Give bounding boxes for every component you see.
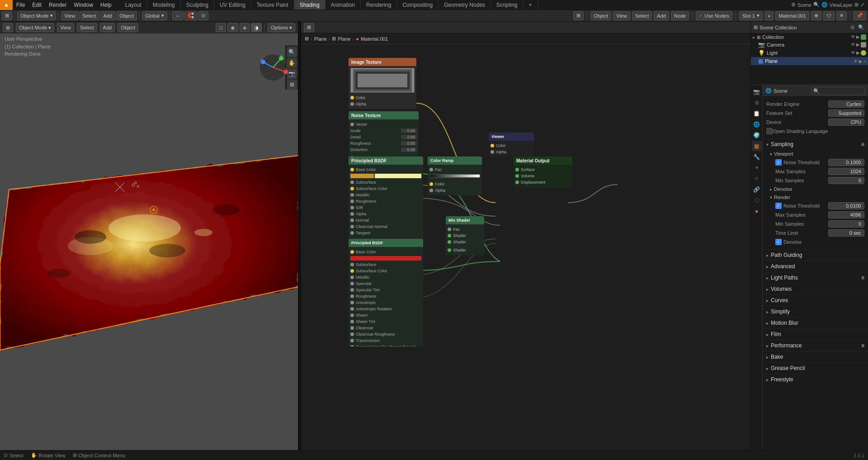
node-image-texture[interactable]: Image Texture Color Alpha (349, 58, 416, 109)
tree-item-camera[interactable]: 📷 Camera 👁 ▶ (751, 41, 868, 49)
data-icon[interactable]: ⬡ (752, 195, 762, 205)
node-mix[interactable]: Mix Shader Fac Shader Shader Shader (446, 216, 484, 255)
shading-solid-btn[interactable]: ◉ (227, 23, 238, 32)
ws-compositing[interactable]: Compositing (397, 0, 439, 9)
vp-view-btn[interactable]: View (57, 23, 74, 32)
shader-canvas[interactable]: Image Texture Color Alpha (301, 44, 750, 450)
node-material-output[interactable]: Material Output Surface Volume Displacem… (514, 156, 572, 187)
outliner-search-btn[interactable]: 🔍 (857, 24, 865, 32)
node-color-ramp[interactable]: Color Ramp Fac Color Alpha (428, 156, 482, 195)
material-fake-user-btn[interactable]: 🛡 (823, 11, 835, 20)
object-btn[interactable]: Object (116, 11, 137, 20)
ws-geometry-nodes[interactable]: Geometry Nodes (439, 0, 491, 9)
vp-mode-btn[interactable]: Object Mode ▾ (16, 23, 54, 32)
add-btn[interactable]: Add (100, 11, 116, 20)
ws-scripting[interactable]: Scripting (491, 0, 524, 9)
menu-help[interactable]: Help (97, 0, 115, 9)
tree-item-scene-collection[interactable]: ▸ ⊞ Collection 👁 ▶ (751, 33, 868, 41)
advanced-header[interactable]: ▸ Advanced (763, 261, 868, 272)
performance-header[interactable]: ▸ Performance ≡ (763, 340, 868, 351)
snap-btn[interactable]: 🧲 (184, 11, 197, 20)
modifier-icon[interactable]: 🔧 (752, 152, 762, 162)
viewport-sub-header[interactable]: ▾ Viewport (770, 150, 864, 158)
scene-icon-prop[interactable]: 🌐 (752, 119, 762, 129)
shader-object-btn[interactable]: Object (590, 11, 611, 20)
freestyle-header[interactable]: ▸ Freestyle (763, 374, 868, 385)
denoise-vp-header[interactable]: ▸ Denoise (770, 185, 864, 193)
mode-dropdown[interactable]: Object Mode ▾ (17, 11, 56, 20)
film-header[interactable]: ▸ Film (763, 329, 868, 340)
sampling-menu-btn[interactable]: ≡ (861, 141, 864, 147)
shader-editor-icon[interactable]: ⊞ (304, 23, 314, 32)
vp-select-btn[interactable]: Select (77, 23, 97, 32)
render-min-samples-val[interactable]: 0 (828, 220, 864, 228)
render-max-samples-val[interactable]: 4096 (828, 211, 864, 218)
vp-editor-icon[interactable]: ⊞ (3, 23, 13, 32)
ws-add[interactable]: + (524, 0, 538, 9)
shader-add-btn[interactable]: Add (654, 11, 669, 20)
transform-gizmo-btn[interactable]: ↔ (172, 11, 184, 20)
volumes-header[interactable]: ▸ Volumes (763, 284, 868, 294)
vp-object-btn[interactable]: Object (118, 23, 138, 32)
material-ops-btn[interactable]: ⊕ (811, 11, 821, 20)
vp-min-samples-val[interactable]: 0 (828, 177, 864, 184)
viewport-canvas[interactable]: X Y Z 🔍 ✋ 📷 ⊞ (0, 33, 298, 450)
render-engine-value[interactable]: Cycles (828, 100, 864, 108)
vp-noise-threshold-cb[interactable]: ✓ (775, 159, 782, 166)
use-nodes-btn[interactable]: ✓ Use Nodes (696, 11, 732, 20)
menu-render[interactable]: Render (45, 0, 70, 9)
denoise-checkbox[interactable]: ✓ (775, 239, 782, 245)
orientation-gizmo[interactable]: X Y Z (255, 49, 291, 85)
bake-header[interactable]: ▸ Bake (763, 351, 868, 362)
particles-icon[interactable]: ✦ (752, 163, 762, 173)
simplify-header[interactable]: ▸ Simplify (763, 306, 868, 317)
menu-window[interactable]: Window (70, 0, 97, 9)
shading-render-btn[interactable]: ◑ (251, 23, 262, 32)
ws-modeling[interactable]: Modeling (147, 0, 181, 9)
props-scroll[interactable]: 🌐 Scene Render Engine Cycles Feature Set… (763, 85, 868, 450)
node-viewer[interactable]: Viewer Color Alpha (489, 133, 534, 157)
node-noise2[interactable]: Principled BSDF Base Color Subsurface Su… (349, 239, 423, 346)
material-unlink-btn[interactable]: ✕ (836, 11, 847, 20)
light-paths-header[interactable]: ▸ Light Paths ≡ (763, 272, 868, 283)
view-layer-icon[interactable]: 📋 (752, 109, 762, 119)
render-sub-header[interactable]: ▾ Render (770, 193, 864, 201)
output-icon[interactable]: 🖥 (752, 98, 762, 108)
feature-set-value[interactable]: Supported (828, 109, 864, 117)
shading-wire-btn[interactable]: ⊡ (216, 23, 226, 32)
vp-noise-threshold-val[interactable]: 0.1000 (828, 159, 864, 166)
tree-item-light[interactable]: 💡 Light 👁 ▶ (751, 49, 868, 57)
render-noise-threshold-cb[interactable]: ✓ (775, 203, 782, 209)
vp-add-btn[interactable]: Add (100, 23, 115, 32)
select-btn[interactable]: Select (79, 11, 99, 20)
options-btn[interactable]: Options ▾ (268, 23, 295, 32)
osl-checkbox[interactable] (766, 128, 773, 134)
node-principled[interactable]: Principled BSDF Base Color Subsurface Su… (349, 156, 423, 246)
ws-rendering[interactable]: Rendering (361, 0, 397, 9)
ws-sculpting[interactable]: Sculpting (181, 0, 214, 9)
material-btn[interactable]: ● (764, 11, 774, 20)
physics-icon[interactable]: ⚛ (752, 174, 762, 184)
ws-animation[interactable]: Animation (326, 0, 361, 9)
view-btn[interactable]: View (61, 11, 78, 20)
shader-editor-type[interactable]: ⊞ (573, 11, 584, 20)
ws-layout[interactable]: Layout (120, 0, 147, 9)
menu-edit[interactable]: Edit (28, 0, 45, 9)
world-icon[interactable]: 🌍 (752, 130, 762, 140)
grease-pencil-header[interactable]: ▸ Grease Pencil (763, 363, 868, 374)
constraints-icon[interactable]: 🔗 (752, 185, 762, 194)
light-paths-menu[interactable]: ≡ (861, 275, 864, 281)
shader-view-btn[interactable]: View (613, 11, 630, 20)
shading-material-btn[interactable]: ◈ (240, 23, 250, 32)
transform-dropdown[interactable]: Global ▾ (142, 11, 167, 20)
motion-blur-header[interactable]: ▸ Motion Blur (763, 318, 868, 328)
time-limit-val[interactable]: 0 sec (828, 229, 864, 237)
vp-max-samples-val[interactable]: 1024 (828, 168, 864, 175)
slot-dropdown[interactable]: Slot 1 ▾ (739, 11, 763, 20)
editor-type-btn[interactable]: ⊞ (2, 11, 12, 20)
path-guiding-header[interactable]: ▸ Path Guiding (763, 250, 868, 261)
render-noise-threshold-val[interactable]: 0.0100 (828, 202, 864, 209)
material-name-btn[interactable]: Material.001 (775, 11, 809, 20)
performance-menu[interactable]: ≡ (861, 342, 864, 349)
shader-node-btn[interactable]: Node (671, 11, 689, 20)
